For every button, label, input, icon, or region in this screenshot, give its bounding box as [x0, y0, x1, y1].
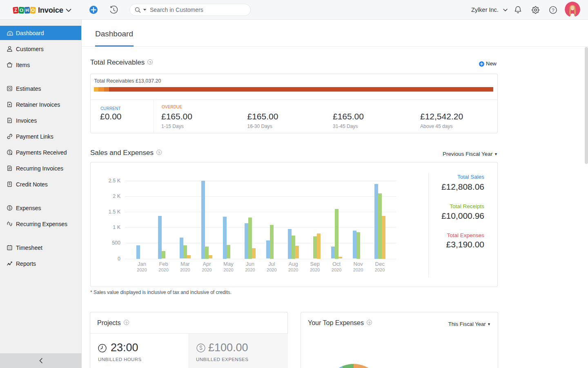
svg-text:?: ?: [552, 7, 554, 12]
